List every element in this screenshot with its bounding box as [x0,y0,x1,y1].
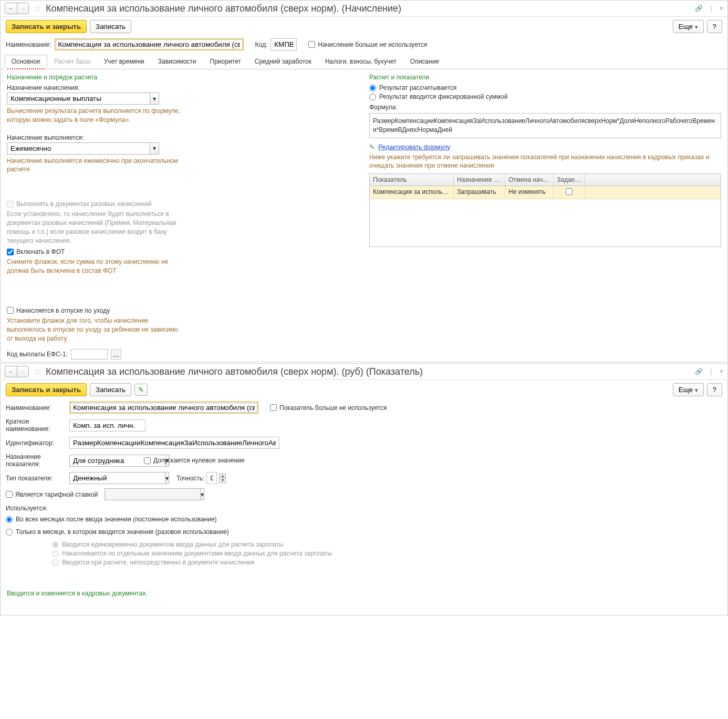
efs-input[interactable] [71,349,108,359]
green-note: Вводится и изменяется в кадровых докумен… [1,586,727,601]
result-calc-radio[interactable] [369,85,376,91]
sub-label-2: Накапливается по отдельным значениям док… [62,550,332,557]
chevron-down-icon[interactable]: ▾ [150,142,159,155]
usage-perm-radio[interactable] [6,516,13,523]
tariff-checkbox[interactable] [6,491,13,498]
save-button[interactable]: Записать [90,20,131,33]
chevron-down-icon[interactable]: ▾ [200,488,204,500]
forward-button[interactable]: → [17,366,28,377]
kebab-icon[interactable]: ⋮ [708,5,714,12]
exec-label: Начисление выполняется: [7,134,359,141]
spinner-up-icon[interactable]: ▲ [220,474,225,478]
usage-once-radio[interactable] [6,529,13,536]
tab-desc[interactable]: Описание [403,55,446,69]
toolbar: Записать и закрыть Записать Еще ▾ ? [1,17,727,36]
tab-base[interactable]: Расчет базы [47,55,97,69]
purpose-input[interactable] [7,93,150,105]
link-icon[interactable]: 🔗 [695,368,703,375]
sets-checkbox[interactable] [566,188,573,195]
sub-radio-3 [52,559,59,566]
extra-action-button[interactable]: ✎ [134,384,148,396]
main-content: Назначение и порядок расчета Назначение … [1,69,727,347]
nav-buttons: ← → [5,3,29,14]
name-label: Наименование: [6,41,51,48]
more-button[interactable]: Еще ▾ [673,20,704,33]
kebab-icon[interactable]: ⋮ [708,368,714,375]
accrual-window: ← → ☆ Компенсация за использование лично… [0,0,728,362]
table-row[interactable]: Компенсация за использовани... Запрашива… [370,186,721,199]
allow-zero-label: Допускается нулевое значение [153,457,244,464]
close-icon[interactable]: × [720,368,723,375]
back-button[interactable]: ← [5,3,17,14]
save-close-button[interactable]: Записать и закрыть [6,383,87,396]
allow-zero-checkbox[interactable] [144,457,151,464]
td-indicator: Компенсация за использовани... [370,186,454,199]
exec-select[interactable]: ▾ [7,142,159,155]
result-calc-label: Результат рассчитывается [379,84,456,91]
tab-avg[interactable]: Средний заработок [248,55,318,69]
table-empty-area [370,199,721,246]
wand-icon: ✎ [138,386,144,394]
exec-input[interactable] [7,142,150,155]
not-used-checkbox-2[interactable] [270,404,277,411]
fot-label: Включать в ФОТ [16,248,65,255]
tab-time[interactable]: Учет времени [97,55,151,69]
tariff-input[interactable] [105,488,200,500]
vacation-checkbox[interactable] [7,307,14,314]
edit-formula-link[interactable]: Редактировать формулу [378,143,450,151]
favorite-icon[interactable]: ☆ [33,366,41,377]
name-input-2[interactable] [69,402,258,414]
result-fixed-radio[interactable] [369,94,376,100]
td-cancel: Не изменять [505,186,554,199]
id-input[interactable] [69,437,279,449]
not-used-checkbox[interactable] [308,41,315,48]
short-input[interactable] [69,419,145,432]
result-fixed-label: Результат вводится фиксированной суммой [379,93,507,100]
fot-hint: Снимите флажок, если сумма по этому начи… [7,258,185,275]
purpose-label: Назначение начисления: [7,84,359,91]
th-assign: Назначение начис... [454,174,505,186]
td-assign: Запрашивать [454,186,505,199]
save-close-button[interactable]: Записать и закрыть [6,20,87,33]
tab-priority[interactable]: Приоритет [203,55,248,69]
formula-box: РазмерКомпенсацииКомпенсацияЗаИспользова… [369,113,721,138]
onetime-hint: Если установлено, то начисление будет вы… [7,210,185,245]
efs-ellipsis-button[interactable]: … [111,349,121,359]
vacation-hint: Установите флажок для того, чтобы начисл… [7,316,185,343]
tab-deps[interactable]: Зависимости [151,55,203,69]
spinner-down-icon[interactable]: ▼ [220,478,225,482]
precision-input[interactable] [206,472,217,484]
window-title: Компенсация за использование личного авт… [46,3,695,14]
favorite-icon[interactable]: ☆ [33,3,41,14]
table-hint: Ниже укажите требуется ли запрашивать зн… [369,153,721,171]
forward-button[interactable]: → [17,3,28,14]
chevron-down-icon[interactable]: ▾ [165,472,169,484]
back-button[interactable]: ← [5,366,17,377]
close-icon[interactable]: × [720,5,723,12]
usage-perm-label: Во всех месяцах после ввода значения (по… [16,516,217,523]
chevron-down-icon[interactable]: ▾ [150,93,159,105]
tariff-select[interactable]: ▾ [105,488,183,500]
name-input[interactable] [55,38,244,50]
fot-checkbox[interactable] [7,249,14,255]
precision-spinner[interactable]: ▲ ▼ [219,474,226,483]
code-input[interactable] [271,38,297,50]
help-button[interactable]: ? [707,383,722,396]
more-button[interactable]: Еще ▾ [673,383,704,396]
tabs: Основное Расчет базы Учет времени Зависи… [1,55,727,69]
th-cancel: Отмена начисле... [505,174,554,186]
sub-radio-1 [52,541,59,548]
tab-main[interactable]: Основное [5,55,47,69]
help-button[interactable]: ? [707,20,722,33]
formula-label: Формула: [369,104,721,111]
efs-label: Код выплаты ЕФС-1: [7,351,68,358]
save-button[interactable]: Записать [90,383,131,396]
vacation-label: Начисляется в отпуске по уходу [16,307,110,314]
purpose-select-2[interactable]: ▾ [69,455,138,467]
purpose-select[interactable]: ▾ [7,93,159,105]
link-icon[interactable]: 🔗 [695,5,703,12]
tab-tax[interactable]: Налоги, взносы, бухучет [318,55,403,69]
type-select[interactable]: ▾ [69,472,169,484]
type-input[interactable] [69,472,165,484]
usage-once-label: Только в месяце, в котором вводится знач… [16,528,229,536]
